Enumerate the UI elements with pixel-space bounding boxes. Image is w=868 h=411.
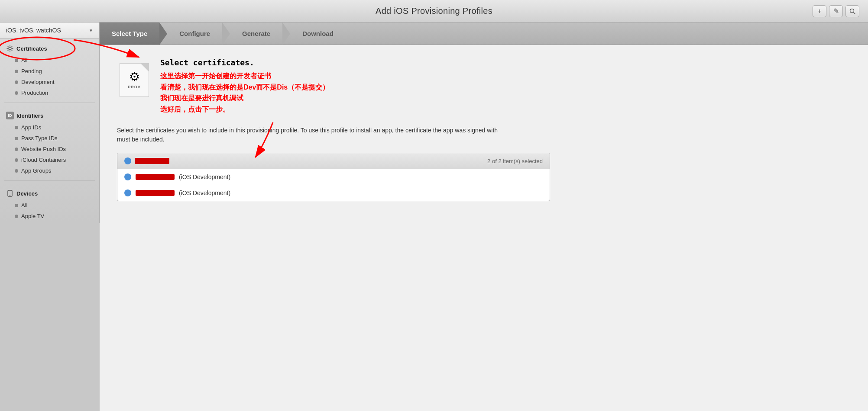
dot-icon (15, 204, 18, 207)
step-download-label: Download (302, 30, 334, 37)
step-arrow-1 (159, 22, 167, 45)
cert-row-name-redacted-2 (136, 190, 175, 196)
search-button[interactable] (845, 5, 859, 17)
cert-table: 2 of 2 item(s) selected (iOS Development… (117, 153, 550, 201)
divider (4, 103, 95, 103)
sidebar-item-development-label: Development (21, 79, 55, 85)
cert-header-name-redacted (135, 158, 169, 164)
table-row[interactable]: (iOS Development) (117, 185, 550, 201)
dot-icon (15, 169, 18, 173)
sidebar-item-devices-all-label: All (21, 202, 27, 209)
certificates-label: Certificates (16, 45, 47, 52)
annotation-chinese: 这里选择第一开始创建的开发者证书 看清楚，我们现在选择的是Dev而不是Dis（不… (160, 71, 851, 115)
dot-icon (15, 59, 18, 62)
sidebar-item-app-ids[interactable]: App IDs (0, 122, 99, 133)
cert-row-dot (124, 173, 131, 180)
dot-icon (15, 158, 18, 162)
sidebar-item-production[interactable]: Production (0, 87, 99, 98)
id-icon: ID (6, 112, 14, 119)
certificates-section: Certificates All Pending Development Pro… (0, 39, 99, 100)
svg-point-3 (9, 47, 11, 50)
sidebar-item-app-groups-label: App Groups (21, 167, 51, 174)
sidebar-item-pending-label: Pending (21, 68, 42, 74)
dot-icon (15, 137, 18, 140)
add-button[interactable]: + (813, 5, 826, 17)
identifiers-section: ID Identifiers App IDs Pass Type IDs Web… (0, 106, 99, 178)
prov-gear-icon: ⚙ (129, 70, 140, 84)
main-content: ⚙ PROV Select certificates. 这里选择第一开始创建的开… (100, 45, 868, 411)
devices-header: Devices (0, 187, 99, 200)
cert-selected-count: 2 of 2 item(s) selected (487, 158, 543, 164)
sidebar-item-devices-all[interactable]: All (0, 200, 99, 211)
annotation-title: Select certificates. (160, 58, 851, 67)
description-text: Select the certificates you wish to incl… (117, 126, 507, 144)
svg-point-5 (10, 195, 10, 196)
sidebar-item-production-label: Production (21, 90, 48, 96)
step-configure[interactable]: Configure (167, 22, 222, 45)
step-arrow-2 (222, 22, 230, 45)
cert-row-name-redacted-1 (136, 174, 175, 180)
cert-table-header[interactable]: 2 of 2 item(s) selected (117, 153, 550, 169)
cert-header-left (124, 157, 169, 164)
sidebar-item-all[interactable]: All (0, 55, 99, 66)
table-row[interactable]: (iOS Development) (117, 169, 550, 185)
platform-dropdown[interactable]: iOS, tvOS, watchOS ▼ (0, 22, 99, 39)
step-generate-label: Generate (242, 30, 270, 37)
sidebar-wrapper: iOS, tvOS, watchOS ▼ Certificates (0, 22, 100, 411)
cert-blue-dot (124, 157, 131, 164)
gear-icon (6, 45, 14, 52)
sidebar-item-pass-type-ids-label: Pass Type IDs (21, 135, 58, 141)
step-configure-label: Configure (179, 30, 210, 37)
sidebar-item-development[interactable]: Development (0, 77, 99, 87)
prov-section: ⚙ PROV Select certificates. 这里选择第一开始创建的开… (117, 58, 851, 119)
sidebar-item-apple-tv-label: Apple TV (21, 213, 44, 219)
page-title: Add iOS Provisioning Profiles (376, 6, 492, 16)
sidebar-item-website-push-ids-label: Website Push IDs (21, 146, 66, 152)
devices-label: Devices (16, 190, 38, 197)
prov-icon-body: ⚙ PROV (120, 63, 149, 97)
sidebar-item-icloud-containers[interactable]: iCloud Containers (0, 154, 99, 165)
prov-icon-fold (141, 64, 149, 71)
cert-row-type-2: (iOS Development) (179, 189, 230, 196)
prov-label: PROV (128, 85, 141, 89)
identifiers-header: ID Identifiers (0, 109, 99, 122)
divider-2 (4, 180, 95, 181)
dot-icon (15, 80, 18, 84)
annotation-block: Select certificates. 这里选择第一开始创建的开发者证书 看清… (160, 58, 851, 119)
edit-button[interactable]: ✎ (829, 5, 843, 17)
devices-section: Devices All Apple TV (0, 183, 99, 223)
chevron-down-icon: ▼ (89, 28, 93, 33)
sidebar-item-icloud-containers-label: iCloud Containers (21, 157, 66, 163)
sidebar-item-apple-tv[interactable]: Apple TV (0, 211, 99, 222)
sidebar-item-pending[interactable]: Pending (0, 66, 99, 77)
step-arrow-3 (282, 22, 290, 45)
sidebar-item-app-groups[interactable]: App Groups (0, 165, 99, 176)
sidebar-item-app-ids-label: App IDs (21, 124, 41, 131)
search-icon (849, 8, 855, 14)
dot-icon (15, 91, 18, 95)
sidebar-item-pass-type-ids[interactable]: Pass Type IDs (0, 133, 99, 144)
dot-icon (15, 215, 18, 218)
sidebar-item-website-push-ids[interactable]: Website Push IDs (0, 144, 99, 154)
sidebar: iOS, tvOS, watchOS ▼ Certificates (0, 22, 100, 223)
content-area: Select Type Configure Generate Download (100, 22, 868, 411)
step-select-type[interactable]: Select Type (100, 22, 159, 45)
platform-dropdown-label: iOS, tvOS, watchOS (6, 27, 61, 34)
step-download[interactable]: Download (290, 22, 346, 45)
certificates-header: Certificates (0, 42, 99, 55)
device-icon (6, 189, 14, 197)
dot-icon (15, 70, 18, 73)
table-section: 2 of 2 item(s) selected (iOS Development… (117, 153, 851, 201)
dot-icon (15, 148, 18, 151)
title-bar-actions: + ✎ (813, 5, 859, 17)
prov-icon: ⚙ PROV (117, 58, 152, 97)
svg-line-1 (854, 12, 855, 14)
sidebar-item-all-label: All (21, 57, 27, 64)
identifiers-label: Identifiers (16, 112, 43, 119)
step-generate[interactable]: Generate (230, 22, 282, 45)
main-layout: iOS, tvOS, watchOS ▼ Certificates (0, 22, 868, 411)
steps-bar: Select Type Configure Generate Download (100, 22, 868, 45)
cert-row-type-1: (iOS Development) (179, 173, 230, 180)
cert-row-dot-2 (124, 189, 131, 196)
dot-icon (15, 126, 18, 129)
